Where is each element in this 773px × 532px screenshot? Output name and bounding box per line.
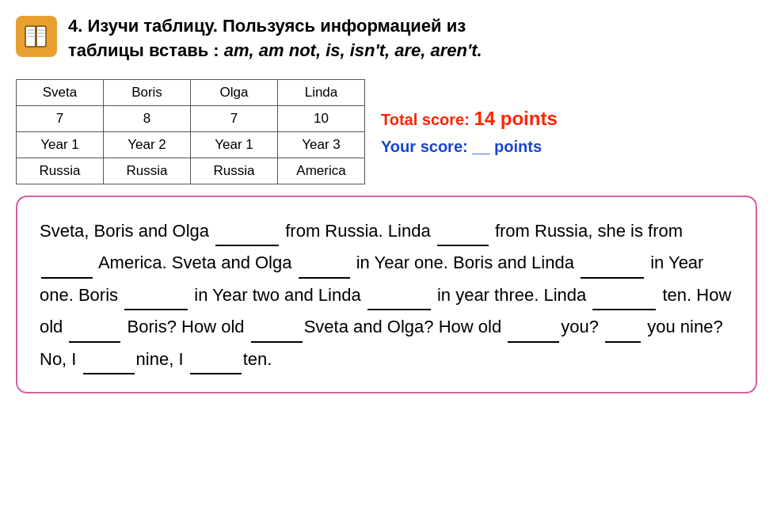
- table-cell: 8: [104, 105, 191, 131]
- blank-14: [190, 343, 242, 375]
- table-cell: Russia: [104, 158, 191, 184]
- table-cell: Year 3: [278, 131, 365, 158]
- blank-9: [69, 310, 120, 343]
- table-score-wrapper: Sveta Boris Olga Linda 7 8 7 10 Year 1 Y…: [16, 79, 757, 184]
- blank-6: [124, 279, 188, 311]
- table-cell: Boris: [104, 79, 191, 105]
- table-cell: Year 2: [104, 131, 191, 158]
- header-section: 4. Изучи таблицу. Пользуясь информацией …: [8, 8, 765, 70]
- blank-13: [83, 343, 135, 375]
- table-cell: Olga: [191, 79, 278, 105]
- blank-12: [605, 310, 641, 343]
- table-cell: Sveta: [17, 79, 104, 105]
- score-block: Total score: 14 points Your score: __ po…: [381, 104, 558, 159]
- table-row: 7 8 7 10: [17, 105, 365, 131]
- blank-5: [581, 246, 644, 279]
- table-cell: 7: [17, 105, 104, 131]
- your-score: Your score: __ points: [381, 134, 558, 159]
- table-row: Sveta Boris Olga Linda: [17, 79, 365, 105]
- table-cell: Year 1: [191, 131, 278, 158]
- exercise-box: Sveta, Boris and Olga from Russia. Linda…: [16, 196, 757, 394]
- blank-10: [251, 310, 303, 343]
- blank-8: [592, 279, 656, 311]
- table-cell: America: [278, 158, 365, 184]
- table-cell: Russia: [17, 158, 104, 184]
- total-score: Total score: 14 points: [381, 104, 558, 134]
- table-row: Year 1 Year 2 Year 1 Year 3: [17, 131, 365, 158]
- table-cell: 10: [278, 105, 365, 131]
- blank-1: [215, 215, 279, 247]
- table-row: Russia Russia Russia America: [17, 158, 365, 184]
- blank-11: [508, 310, 559, 343]
- blank-7: [367, 279, 431, 311]
- table-cell: Russia: [191, 158, 278, 184]
- book-icon: [16, 16, 57, 57]
- instruction-text: 4. Изучи таблицу. Пользуясь информацией …: [68, 14, 482, 63]
- blank-2: [437, 215, 489, 247]
- blank-3: [41, 246, 93, 279]
- blank-4: [299, 246, 350, 279]
- table-cell: Year 1: [17, 131, 104, 158]
- exercise-text: Sveta, Boris and Olga from Russia. Linda…: [40, 221, 731, 369]
- table-cell: 7: [191, 105, 278, 131]
- table-cell: Linda: [278, 79, 365, 105]
- data-table: Sveta Boris Olga Linda 7 8 7 10 Year 1 Y…: [16, 79, 365, 184]
